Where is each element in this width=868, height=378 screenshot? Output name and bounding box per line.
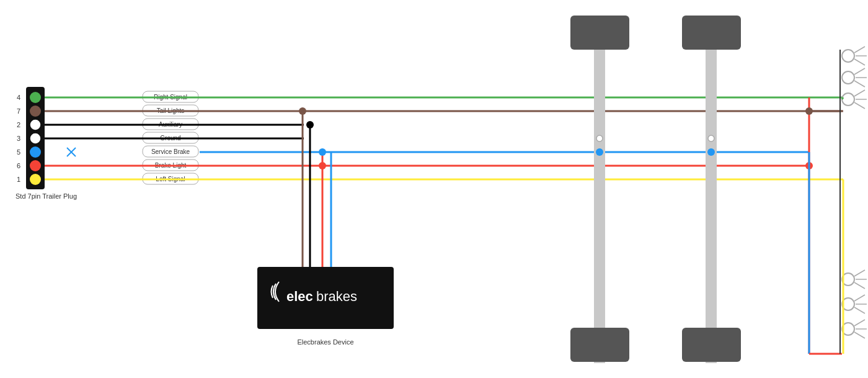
wheel-hub-top-right	[682, 16, 741, 50]
junction-black	[306, 121, 314, 128]
pin-7-circle	[30, 106, 41, 117]
green-to-lamp	[842, 97, 843, 99]
pin-1-num: 1	[17, 176, 20, 183]
logo-elec: elec	[286, 289, 313, 304]
wheel-hub-top-left	[570, 16, 629, 50]
logo-brakes: brakes	[316, 289, 357, 304]
brake-light-ray-2c	[854, 81, 865, 87]
device-label: Elecbrakes Device	[297, 338, 353, 346]
brake-light-ray-b1a	[854, 270, 865, 276]
brake-light-ray-b3c	[854, 332, 865, 338]
brake-light-ray-2a	[854, 68, 865, 74]
pin-2-num: 2	[17, 121, 20, 128]
wiring-diagram: 4 7 2 3 5 6 1 Std 7pin Trailer Plug Righ…	[0, 0, 868, 378]
brake-light-ray-b2c	[854, 307, 865, 313]
brake-light-ray-b1c	[854, 282, 865, 289]
junction-blue-device	[319, 148, 326, 156]
junction-white-left	[596, 135, 603, 142]
junction-blue-left-axle	[596, 148, 603, 156]
axle-right-rail	[706, 16, 717, 363]
brake-light-ray-3a	[854, 90, 865, 96]
junction-blue-right-axle	[707, 148, 715, 156]
brake-light-top-2	[842, 71, 854, 84]
pin-7-num: 7	[17, 107, 20, 115]
pin-3-circle	[30, 133, 41, 144]
brake-light-ray-1c	[854, 59, 865, 65]
axle-left-rail	[594, 16, 605, 363]
pin-6-circle	[30, 160, 41, 171]
brake-light-top-1	[842, 50, 854, 62]
pin-1-circle	[30, 174, 41, 185]
pin-3-num: 3	[17, 135, 20, 142]
service-brake-label: Service Brake	[151, 148, 190, 155]
brake-light-ray-3c	[854, 102, 865, 109]
brake-light-ray-b2a	[854, 295, 865, 301]
pin-6-num: 6	[17, 162, 20, 169]
junction-white-right	[708, 135, 714, 142]
junction-brown	[299, 107, 306, 115]
brake-light-top-3	[842, 93, 854, 106]
junction-red-device	[319, 162, 326, 169]
wheel-hub-bottom-right	[682, 328, 741, 362]
pin-5-circle	[30, 146, 41, 158]
pin-2-circle	[30, 119, 41, 130]
brake-light-ray-1a	[854, 47, 865, 53]
brake-light-ray-b3a	[854, 320, 865, 326]
wheel-hub-bottom-left	[570, 328, 629, 362]
pin-4-circle	[30, 92, 41, 103]
plug-label: Std 7pin Trailer Plug	[16, 192, 77, 200]
pin-4-num: 4	[17, 94, 20, 101]
pin-5-num: 5	[17, 148, 20, 156]
